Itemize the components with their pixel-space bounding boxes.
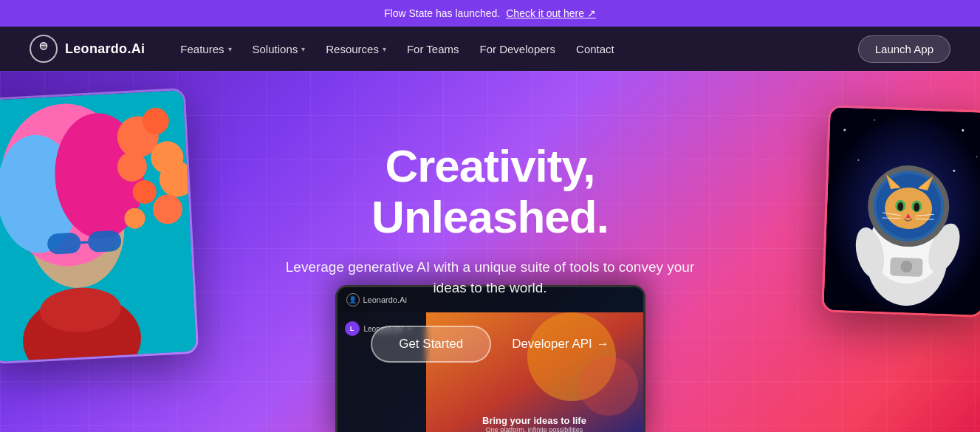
hero-subtitle: Leverage generative AI with a unique sui… bbox=[269, 257, 712, 299]
svg-point-52 bbox=[579, 357, 638, 416]
nav-resources[interactable]: Resources ▾ bbox=[326, 43, 386, 55]
announcement-bar: Flow State has launched. Check it out he… bbox=[0, 0, 980, 27]
nav-solutions[interactable]: Solutions ▾ bbox=[253, 43, 306, 55]
announcement-link[interactable]: Check it out here ↗ bbox=[506, 7, 596, 19]
hero-image-left bbox=[0, 88, 199, 364]
nav-features[interactable]: Features ▾ bbox=[180, 43, 231, 55]
logo-text: Leonardo.Ai bbox=[65, 41, 145, 57]
svg-line-16 bbox=[80, 242, 88, 243]
nav-items: Features ▾ Solutions ▾ Resources ▾ For T… bbox=[180, 43, 834, 55]
chevron-down-icon: ▾ bbox=[228, 45, 232, 53]
logo-icon bbox=[30, 35, 58, 63]
developer-api-button[interactable]: Developer API → bbox=[512, 337, 609, 352]
hero-section: 👤 Leonardo.Ai L Leonard DV ▾ bbox=[0, 71, 980, 432]
arrow-icon: → bbox=[597, 337, 609, 352]
nav-for-developers[interactable]: For Developers bbox=[480, 43, 556, 55]
launch-app-button[interactable]: Launch App bbox=[858, 35, 950, 63]
hero-title: Creativity, Unleashed. bbox=[269, 141, 712, 241]
svg-rect-14 bbox=[47, 233, 80, 255]
hero-image-right bbox=[821, 105, 980, 318]
svg-rect-15 bbox=[87, 230, 121, 253]
navbar: Leonardo.Ai Features ▾ Solutions ▾ Resou… bbox=[0, 27, 980, 71]
logo[interactable]: Leonardo.Ai bbox=[30, 35, 145, 63]
announcement-text: Flow State has launched. bbox=[384, 7, 500, 19]
nav-contact[interactable]: Contact bbox=[576, 43, 614, 55]
get-started-button[interactable]: Get Started bbox=[371, 326, 491, 363]
chevron-down-icon: ▾ bbox=[383, 45, 386, 53]
nav-for-teams[interactable]: For Teams bbox=[407, 43, 459, 55]
chevron-down-icon: ▾ bbox=[301, 45, 305, 53]
hero-content: Creativity, Unleashed. Leverage generati… bbox=[254, 141, 727, 362]
hero-buttons: Get Started Developer API → bbox=[269, 326, 712, 363]
